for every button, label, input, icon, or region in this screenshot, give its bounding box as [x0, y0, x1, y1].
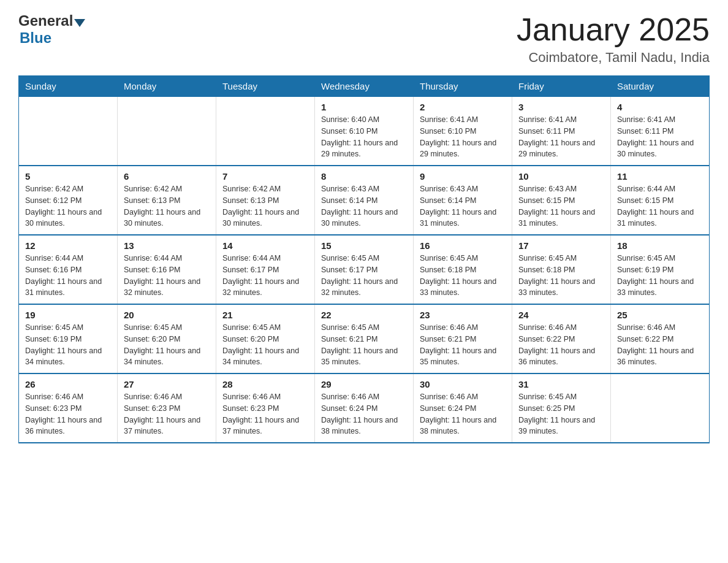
day-number: 4	[617, 102, 703, 112]
calendar-cell: 1Sunrise: 6:40 AMSunset: 6:10 PMDaylight…	[315, 97, 414, 166]
calendar-cell: 20Sunrise: 6:45 AMSunset: 6:20 PMDayligh…	[118, 304, 216, 373]
page-header: General Blue January 2025 Coimbatore, Ta…	[18, 12, 710, 66]
calendar-cell: 11Sunrise: 6:44 AMSunset: 6:15 PMDayligh…	[611, 166, 710, 235]
calendar-day-header: Sunday	[19, 76, 118, 97]
day-info: Sunrise: 6:43 AMSunset: 6:14 PMDaylight:…	[321, 183, 407, 229]
logo-general-text: General	[18, 12, 73, 29]
calendar-cell	[611, 373, 710, 443]
calendar-week-row: 1Sunrise: 6:40 AMSunset: 6:10 PMDaylight…	[19, 97, 710, 166]
day-number: 15	[321, 240, 407, 251]
calendar-cell: 17Sunrise: 6:45 AMSunset: 6:18 PMDayligh…	[512, 235, 611, 304]
day-number: 31	[518, 379, 604, 389]
calendar-cell: 27Sunrise: 6:46 AMSunset: 6:23 PMDayligh…	[118, 373, 216, 443]
day-number: 14	[222, 240, 308, 251]
calendar-week-row: 26Sunrise: 6:46 AMSunset: 6:23 PMDayligh…	[19, 373, 710, 443]
calendar-cell: 14Sunrise: 6:44 AMSunset: 6:17 PMDayligh…	[216, 235, 315, 304]
day-number: 3	[518, 102, 604, 112]
calendar-cell	[216, 97, 315, 166]
day-info: Sunrise: 6:45 AMSunset: 6:18 PMDaylight:…	[518, 253, 604, 299]
day-info: Sunrise: 6:45 AMSunset: 6:25 PMDaylight:…	[518, 391, 604, 437]
day-info: Sunrise: 6:45 AMSunset: 6:21 PMDaylight:…	[321, 322, 407, 368]
calendar-cell: 28Sunrise: 6:46 AMSunset: 6:23 PMDayligh…	[216, 373, 315, 443]
day-number: 12	[25, 240, 111, 251]
calendar-cell: 2Sunrise: 6:41 AMSunset: 6:10 PMDaylight…	[414, 97, 512, 166]
title-block: January 2025 Coimbatore, Tamil Nadu, Ind…	[517, 12, 710, 66]
calendar-cell: 22Sunrise: 6:45 AMSunset: 6:21 PMDayligh…	[315, 304, 414, 373]
page-subtitle: Coimbatore, Tamil Nadu, India	[517, 50, 710, 66]
day-number: 24	[518, 310, 604, 320]
day-number: 29	[321, 379, 407, 389]
calendar-cell: 6Sunrise: 6:42 AMSunset: 6:13 PMDaylight…	[118, 166, 216, 235]
day-info: Sunrise: 6:45 AMSunset: 6:20 PMDaylight:…	[222, 322, 308, 368]
page-title: January 2025	[517, 12, 710, 47]
calendar-cell: 26Sunrise: 6:46 AMSunset: 6:23 PMDayligh…	[19, 373, 118, 443]
day-info: Sunrise: 6:41 AMSunset: 6:10 PMDaylight:…	[420, 114, 506, 160]
day-info: Sunrise: 6:45 AMSunset: 6:18 PMDaylight:…	[420, 253, 506, 299]
day-number: 21	[222, 310, 308, 320]
calendar-cell: 19Sunrise: 6:45 AMSunset: 6:19 PMDayligh…	[19, 304, 118, 373]
day-number: 28	[222, 379, 308, 389]
calendar-day-header: Tuesday	[216, 76, 315, 97]
day-number: 20	[124, 310, 210, 320]
calendar-day-header: Saturday	[611, 76, 710, 97]
day-number: 17	[518, 240, 604, 251]
calendar-cell: 12Sunrise: 6:44 AMSunset: 6:16 PMDayligh…	[19, 235, 118, 304]
calendar-day-header: Friday	[512, 76, 611, 97]
day-info: Sunrise: 6:42 AMSunset: 6:12 PMDaylight:…	[25, 183, 111, 229]
day-info: Sunrise: 6:44 AMSunset: 6:17 PMDaylight:…	[222, 253, 308, 299]
day-info: Sunrise: 6:46 AMSunset: 6:23 PMDaylight:…	[25, 391, 111, 437]
calendar-cell: 29Sunrise: 6:46 AMSunset: 6:24 PMDayligh…	[315, 373, 414, 443]
day-info: Sunrise: 6:45 AMSunset: 6:20 PMDaylight:…	[124, 322, 210, 368]
day-info: Sunrise: 6:45 AMSunset: 6:17 PMDaylight:…	[321, 253, 407, 299]
day-info: Sunrise: 6:46 AMSunset: 6:22 PMDaylight:…	[617, 322, 703, 368]
day-info: Sunrise: 6:40 AMSunset: 6:10 PMDaylight:…	[321, 114, 407, 160]
day-number: 10	[518, 171, 604, 182]
day-number: 22	[321, 310, 407, 320]
calendar-cell: 18Sunrise: 6:45 AMSunset: 6:19 PMDayligh…	[611, 235, 710, 304]
logo-chevron-icon	[74, 19, 85, 27]
logo: General Blue	[18, 12, 85, 47]
day-number: 19	[25, 310, 111, 320]
calendar-day-header: Monday	[118, 76, 216, 97]
day-info: Sunrise: 6:46 AMSunset: 6:23 PMDaylight:…	[124, 391, 210, 437]
calendar-cell: 9Sunrise: 6:43 AMSunset: 6:14 PMDaylight…	[414, 166, 512, 235]
day-number: 23	[420, 310, 506, 320]
day-info: Sunrise: 6:41 AMSunset: 6:11 PMDaylight:…	[518, 114, 604, 160]
calendar-cell: 15Sunrise: 6:45 AMSunset: 6:17 PMDayligh…	[315, 235, 414, 304]
day-info: Sunrise: 6:44 AMSunset: 6:16 PMDaylight:…	[124, 253, 210, 299]
day-number: 30	[420, 379, 506, 389]
calendar-cell: 30Sunrise: 6:46 AMSunset: 6:24 PMDayligh…	[414, 373, 512, 443]
calendar-week-row: 12Sunrise: 6:44 AMSunset: 6:16 PMDayligh…	[19, 235, 710, 304]
calendar-day-header: Wednesday	[315, 76, 414, 97]
day-info: Sunrise: 6:41 AMSunset: 6:11 PMDaylight:…	[617, 114, 703, 160]
day-info: Sunrise: 6:46 AMSunset: 6:22 PMDaylight:…	[518, 322, 604, 368]
day-number: 11	[617, 171, 703, 182]
day-info: Sunrise: 6:45 AMSunset: 6:19 PMDaylight:…	[25, 322, 111, 368]
calendar-cell: 25Sunrise: 6:46 AMSunset: 6:22 PMDayligh…	[611, 304, 710, 373]
calendar-cell: 23Sunrise: 6:46 AMSunset: 6:21 PMDayligh…	[414, 304, 512, 373]
day-number: 9	[420, 171, 506, 182]
day-number: 13	[124, 240, 210, 251]
calendar-cell: 8Sunrise: 6:43 AMSunset: 6:14 PMDaylight…	[315, 166, 414, 235]
day-number: 2	[420, 102, 506, 112]
day-number: 18	[617, 240, 703, 251]
day-number: 26	[25, 379, 111, 389]
day-info: Sunrise: 6:45 AMSunset: 6:19 PMDaylight:…	[617, 253, 703, 299]
calendar-cell: 24Sunrise: 6:46 AMSunset: 6:22 PMDayligh…	[512, 304, 611, 373]
calendar-table: SundayMondayTuesdayWednesdayThursdayFrid…	[18, 75, 710, 443]
calendar-cell	[118, 97, 216, 166]
day-info: Sunrise: 6:46 AMSunset: 6:24 PMDaylight:…	[321, 391, 407, 437]
day-number: 5	[25, 171, 111, 182]
calendar-day-header: Thursday	[414, 76, 512, 97]
calendar-week-row: 5Sunrise: 6:42 AMSunset: 6:12 PMDaylight…	[19, 166, 710, 235]
day-number: 8	[321, 171, 407, 182]
day-number: 1	[321, 102, 407, 112]
day-info: Sunrise: 6:46 AMSunset: 6:23 PMDaylight:…	[222, 391, 308, 437]
calendar-cell: 16Sunrise: 6:45 AMSunset: 6:18 PMDayligh…	[414, 235, 512, 304]
day-info: Sunrise: 6:42 AMSunset: 6:13 PMDaylight:…	[124, 183, 210, 229]
day-info: Sunrise: 6:43 AMSunset: 6:15 PMDaylight:…	[518, 183, 604, 229]
day-info: Sunrise: 6:42 AMSunset: 6:13 PMDaylight:…	[222, 183, 308, 229]
day-info: Sunrise: 6:43 AMSunset: 6:14 PMDaylight:…	[420, 183, 506, 229]
calendar-header-row: SundayMondayTuesdayWednesdayThursdayFrid…	[19, 76, 710, 97]
day-number: 16	[420, 240, 506, 251]
